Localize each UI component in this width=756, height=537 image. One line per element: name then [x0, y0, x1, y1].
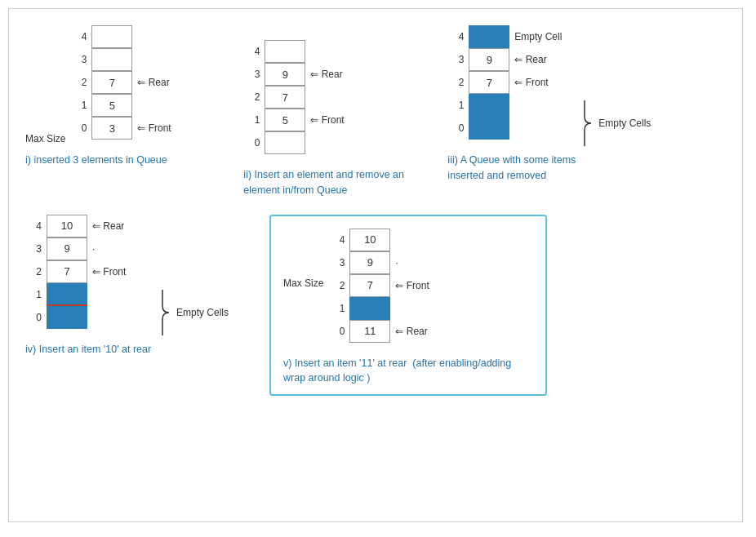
bottom-row: 0 1 2 3 4 7 9 10 [25, 215, 726, 397]
cell-4-1 [47, 283, 87, 306]
brace-icon [583, 100, 596, 146]
arrow-text-5-2: ⇐ Front [395, 280, 429, 291]
diagram-2: 0 1 2 3 4 5 7 9 ⇐ Front ⇐ Rear [243, 25, 407, 198]
arrow-5-2: ⇐ Front [395, 274, 460, 297]
arrow-4-2: ⇐ Front [92, 260, 158, 283]
diagram-4: 0 1 2 3 4 7 9 10 [25, 215, 229, 397]
arrow-text-3-4: Empty Cell [514, 31, 562, 42]
cell-2-2: 7 [265, 86, 305, 109]
arrow-3-0 [514, 117, 580, 140]
arrow-1-0: ⇐ Front [137, 117, 202, 140]
label-4-0: 0 [25, 306, 42, 329]
arrow-3-1 [514, 94, 580, 117]
label-1: 1 [70, 94, 87, 117]
brace-icon-4 [161, 290, 174, 335]
label-2-4: 4 [243, 40, 260, 63]
arrow-text-1-2: ⇐ Rear [137, 77, 169, 88]
cell-3-0 [469, 117, 509, 140]
arrow-3-2: ⇐ Front [514, 71, 580, 94]
label-5-2: 2 [328, 274, 345, 297]
diagram-5: Max Size 0 1 2 3 4 11 7 9 10 [269, 215, 547, 397]
arrows-col-5: ⇐ Rear ⇐ Front · [395, 229, 460, 343]
caption-1: i) inserted 3 elements in Queue [25, 153, 167, 168]
cell-5-1 [349, 297, 390, 320]
arrow-3-4: Empty Cell [514, 25, 580, 48]
arrows-col-2: ⇐ Front ⇐ Rear [310, 40, 376, 154]
cell-3-1 [469, 94, 509, 117]
cell-4-2: 7 [47, 260, 87, 283]
arrow-text-2-3: ⇐ Rear [310, 69, 342, 80]
maxsize-label-1: Max Size [25, 133, 65, 144]
cell-5-0: 11 [349, 320, 390, 343]
label-4: 4 [70, 25, 87, 48]
label-3-4: 4 [447, 25, 464, 48]
cell-4-3: 9 [47, 237, 87, 260]
top-row: Max Size 0 1 2 3 4 3 5 7 [25, 25, 726, 198]
labels-col-1: 0 1 2 3 4 [70, 25, 87, 140]
cells-col-2: 5 7 9 [265, 40, 305, 154]
label-5-0: 0 [328, 320, 345, 343]
cell-5-4: 10 [349, 229, 390, 251]
arrow-5-4 [395, 229, 460, 251]
arrow-5-1 [395, 297, 460, 320]
queue-5: 0 1 2 3 4 11 7 9 10 ⇐ Rear [328, 229, 460, 343]
arrow-text-5-0: ⇐ Rear [395, 326, 427, 337]
arrows-col-3: ⇐ Front ⇐ Rear Empty Cell [514, 25, 580, 140]
arrow-2-3: ⇐ Rear [310, 63, 376, 86]
arrow-text-3-2: ⇐ Front [514, 77, 548, 88]
cells-col-5: 11 7 9 10 [349, 229, 390, 343]
arrow-text-4-2: ⇐ Front [92, 266, 126, 277]
arrow-4-1 [92, 283, 158, 306]
cell-1-4 [91, 25, 132, 48]
arrows-col-1: ⇐ Front ⇐ Rear [137, 25, 202, 140]
cell-2-3: 9 [265, 63, 305, 86]
arrow-3-3: ⇐ Rear [514, 48, 580, 71]
diagram-1: Max Size 0 1 2 3 4 3 5 7 [25, 25, 202, 198]
label-2-3: 3 [243, 63, 260, 86]
cell-1-1: 5 [91, 94, 132, 117]
labels-col-4: 0 1 2 3 4 [25, 215, 42, 329]
queue-1: 0 1 2 3 4 3 5 7 [70, 25, 202, 140]
label-5-4: 4 [328, 229, 345, 251]
arrow-text-2-1: ⇐ Front [310, 114, 344, 126]
cell-2-0 [265, 131, 305, 154]
cell-1-3 [91, 48, 132, 71]
arrow-5-0: ⇐ Rear [395, 320, 460, 343]
arrow-2-4 [310, 40, 376, 63]
queue-2: 0 1 2 3 4 5 7 9 ⇐ Front ⇐ Rear [243, 40, 376, 154]
cells-col-3: 7 9 [469, 25, 509, 140]
arrow-4-0 [92, 306, 158, 329]
empty-cells-label-4: Empty Cells [176, 307, 229, 318]
label-5-3: 3 [328, 251, 345, 274]
label-2: 2 [70, 71, 87, 94]
arrows-col-4: ⇐ Front · ⇐ Rear [92, 215, 158, 329]
labels-col-3: 0 1 2 3 4 [447, 25, 464, 140]
cells-col-1: 3 5 7 [91, 25, 132, 140]
diagram-3: 0 1 2 3 4 7 9 [447, 25, 651, 198]
arrow-1-2: ⇐ Rear [137, 71, 202, 94]
arrow-1-3 [137, 48, 202, 71]
arrow-1-1 [137, 94, 202, 117]
label-3-3: 3 [447, 48, 464, 71]
arrow-text-4-3: · [92, 243, 95, 255]
label-4-4: 4 [25, 215, 42, 237]
cell-4-4: 10 [47, 215, 87, 237]
label-2-1: 1 [243, 109, 260, 131]
label-4-3: 3 [25, 237, 42, 260]
label-4-1: 1 [25, 283, 42, 306]
caption-3: iii) A Queue with some items inserted an… [447, 153, 611, 184]
queue-4: 0 1 2 3 4 7 9 10 [25, 215, 158, 329]
arrow-text-5-3: · [395, 257, 398, 268]
cell-1-2: 7 [91, 71, 132, 94]
arrow-1-4 [137, 25, 202, 48]
label-2-2: 2 [243, 86, 260, 109]
cell-3-3: 9 [469, 48, 509, 71]
cell-5-2: 7 [349, 274, 390, 297]
cell-3-2: 7 [469, 71, 509, 94]
label-3: 3 [70, 48, 87, 71]
cell-3-4 [469, 25, 509, 48]
cell-5-3: 9 [349, 251, 390, 274]
label-3-1: 1 [447, 94, 464, 117]
maxsize-row-1: Max Size 0 1 2 3 4 3 5 7 [25, 25, 202, 146]
arrow-text-4-4: ⇐ Rear [92, 220, 124, 232]
